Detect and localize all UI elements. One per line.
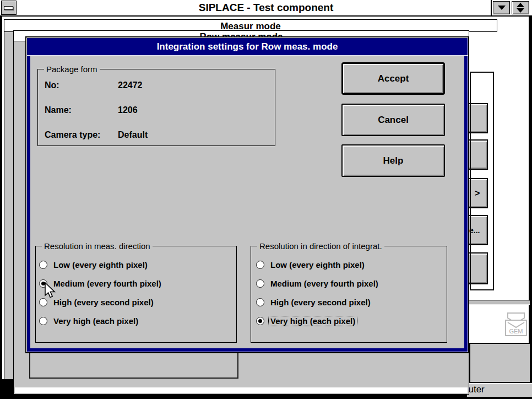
radio-circle[interactable] bbox=[256, 298, 264, 306]
radio-circle-selected[interactable] bbox=[256, 317, 264, 325]
radio-label: Low (every eighth pixel) bbox=[53, 260, 148, 269]
field-value-name: 1206 bbox=[118, 105, 138, 115]
gem-envelope-icon: GEM bbox=[503, 312, 529, 337]
cancel-button[interactable]: Cancel bbox=[341, 104, 445, 136]
bottom-window-titlebar-fragment: puter bbox=[466, 382, 532, 397]
main-window-titlebar: SIPLACE - Test component bbox=[0, 0, 532, 17]
triangle-down-icon bbox=[517, 8, 524, 13]
main-window-title: SIPLACE - Test component bbox=[0, 0, 532, 15]
radio-meas-very-high[interactable]: Very high (each pixel) bbox=[39, 316, 138, 326]
radio-meas-low[interactable]: Low (every eighth pixel) bbox=[39, 260, 148, 269]
radio-label: High (every second pixel) bbox=[53, 298, 154, 307]
resolution-meas-groupbox: Resolution in meas. direction Low (every… bbox=[35, 246, 237, 343]
field-value-camera-type: Default bbox=[118, 130, 148, 140]
field-label-no: No: bbox=[45, 80, 59, 90]
radio-label-focused: Very high (each pixel) bbox=[268, 316, 357, 326]
screen-background: SIPLACE - Test component Measur mode > e… bbox=[0, 0, 532, 399]
radio-circle[interactable] bbox=[39, 261, 47, 269]
radio-circle[interactable] bbox=[256, 261, 264, 269]
bottom-window-title-text: puter bbox=[466, 384, 532, 395]
system-menu-dash-icon bbox=[4, 6, 13, 10]
radio-label: High (every second pixel) bbox=[270, 298, 371, 307]
triangle-up-icon bbox=[517, 3, 524, 7]
restore-button[interactable] bbox=[512, 1, 529, 14]
radio-meas-high[interactable]: High (every second pixel) bbox=[39, 298, 154, 307]
dialog-title: Integration settings for Row meas. mode bbox=[27, 38, 468, 56]
dialog-body: Package form No: 22472 Name: 1206 Camera… bbox=[30, 56, 464, 348]
radio-label: Very high (each pixel) bbox=[53, 316, 138, 326]
background-empty-groupbox bbox=[29, 351, 238, 379]
gem-icon-label: GEM bbox=[509, 328, 523, 335]
background-button-group-outline bbox=[470, 72, 494, 290]
titlebar-divider bbox=[491, 0, 492, 15]
row-measur-window-bottom-frame bbox=[15, 387, 468, 393]
radio-label: Medium (every fourth pixel) bbox=[270, 279, 378, 288]
radio-circle[interactable] bbox=[39, 317, 47, 325]
mouse-cursor-arrow bbox=[44, 282, 58, 299]
background-gray-panel bbox=[469, 343, 530, 383]
field-label-camera-type: Camera type: bbox=[45, 130, 100, 140]
accept-button[interactable]: Accept bbox=[341, 62, 445, 95]
package-form-group-title: Package form bbox=[44, 64, 100, 74]
integration-settings-dialog: Integration settings for Row meas. mode … bbox=[25, 36, 469, 353]
radio-circle[interactable] bbox=[39, 298, 47, 306]
resolution-meas-group-title: Resolution in meas. direction bbox=[42, 241, 153, 251]
radio-integrat-high[interactable]: High (every second pixel) bbox=[256, 298, 371, 307]
resolution-integrat-groupbox: Resolution in direction of integrat. Low… bbox=[251, 246, 447, 343]
system-menu-button[interactable] bbox=[1, 1, 17, 15]
radio-circle[interactable] bbox=[256, 279, 264, 288]
help-button[interactable]: Help bbox=[341, 144, 445, 177]
background-separator bbox=[469, 300, 530, 305]
package-form-groupbox: Package form No: 22472 Name: 1206 Camera… bbox=[37, 69, 275, 146]
triangle-down-icon bbox=[498, 6, 506, 10]
resolution-integrat-group-title: Resolution in direction of integrat. bbox=[257, 241, 384, 251]
radio-integrat-low[interactable]: Low (every eighth pixel) bbox=[256, 260, 365, 269]
radio-label: Medium (every fourth pixel) bbox=[53, 279, 161, 288]
radio-label: Low (every eighth pixel) bbox=[270, 260, 365, 269]
radio-integrat-medium[interactable]: Medium (every fourth pixel) bbox=[256, 279, 378, 288]
minimize-button[interactable] bbox=[493, 1, 510, 14]
field-label-name: Name: bbox=[45, 105, 72, 115]
field-value-no: 22472 bbox=[118, 80, 143, 90]
radio-integrat-very-high[interactable]: Very high (each pixel) bbox=[256, 316, 355, 326]
